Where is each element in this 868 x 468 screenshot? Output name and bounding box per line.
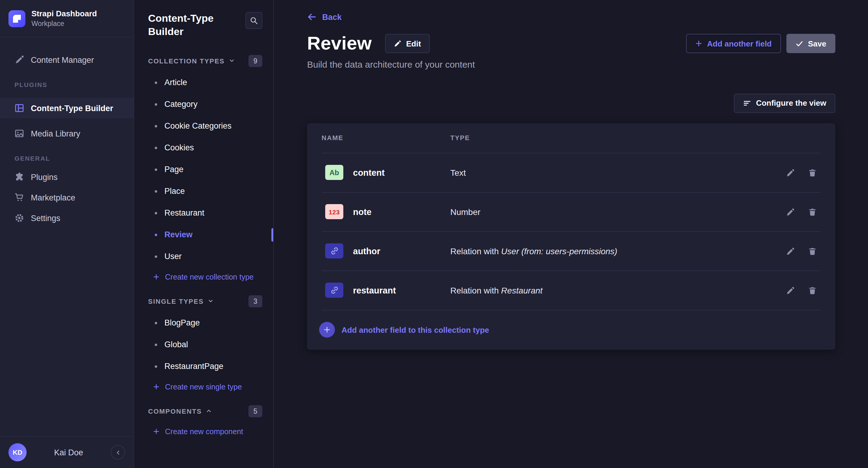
edit-label: Edit (406, 39, 421, 48)
delete-field-button[interactable] (804, 282, 821, 299)
subnav-item-label: BlogPage (164, 319, 200, 328)
add-field-row-button[interactable]: Add another field to this collection typ… (307, 310, 835, 349)
subnav-item-cookies[interactable]: Cookies (134, 137, 273, 159)
text-field-badge: Ab (325, 165, 343, 180)
table-row: 123 note Number (307, 192, 835, 231)
bullet-icon (155, 212, 157, 214)
sidebar-item-marketplace[interactable]: Marketplace (0, 188, 133, 208)
plus-icon (153, 274, 160, 280)
configure-view-label: Configure the view (756, 98, 826, 107)
sidebar-item-label: Marketplace (31, 193, 75, 202)
components-label: COMPONENTS (148, 408, 202, 415)
subnav-item-label: Cookies (164, 143, 194, 153)
field-type: Number (450, 207, 782, 216)
sidebar-item-label: Content-Type Builder (31, 104, 113, 113)
pencil-icon (786, 247, 795, 255)
arrow-left-icon (307, 12, 317, 22)
page-subtitle: Build the data architecture of your cont… (307, 59, 835, 69)
brand-title: Strapi Dashboard (31, 9, 97, 19)
back-label: Back (322, 12, 342, 22)
main-content: Back Review Edit Add another field (274, 0, 868, 468)
edit-field-button[interactable] (782, 282, 799, 299)
collection-types-header: COLLECTION TYPES 9 (134, 50, 273, 72)
delete-field-button[interactable] (804, 242, 821, 259)
subnav-item-label: Global (164, 340, 188, 349)
subnav-item-restaurant[interactable]: Restaurant (134, 202, 273, 224)
avatar[interactable]: KD (8, 443, 27, 461)
subnav-item-user[interactable]: User (134, 246, 273, 268)
sidebar-item-content-type-builder[interactable]: Content-Type Builder (0, 98, 133, 119)
puzzle-icon (14, 172, 24, 182)
subnav-item-review[interactable]: Review (134, 224, 273, 246)
page-title: Review (307, 34, 372, 54)
add-another-field-button[interactable]: Add another field (686, 34, 781, 54)
subnav-item-restaurantpage[interactable]: RestaurantPage (134, 356, 273, 377)
field-name: author (353, 246, 380, 256)
search-button[interactable] (245, 12, 262, 29)
plus-icon (153, 429, 160, 435)
edit-button[interactable]: Edit (385, 34, 430, 54)
trash-icon (808, 207, 817, 216)
subnav-item-global[interactable]: Global (134, 334, 273, 356)
subnav-item-label: User (164, 252, 182, 261)
cart-icon (14, 193, 24, 203)
edit-field-button[interactable] (782, 203, 799, 220)
trash-icon (808, 286, 817, 294)
bullet-icon (155, 103, 157, 106)
pencil-icon (786, 168, 795, 177)
create-single-type-button[interactable]: Create new single type (134, 377, 273, 397)
edit-field-button[interactable] (782, 164, 799, 181)
sidebar-item-plugins[interactable]: Plugins (0, 167, 133, 188)
bullet-icon (155, 322, 157, 324)
collection-types-label: COLLECTION TYPES (148, 57, 224, 65)
subnav-item-page[interactable]: Page (134, 159, 273, 180)
plus-icon (153, 384, 160, 391)
sidebar-footer: KD Kai Doe (0, 436, 133, 468)
subnav-item-article[interactable]: Article (134, 72, 273, 94)
chevron-up-icon[interactable] (206, 408, 212, 414)
delete-field-button[interactable] (804, 164, 821, 181)
subnav-item-label: Page (164, 165, 183, 174)
table-row: Ab content Text (307, 153, 835, 192)
sidebar-section-plugins: PLUGINS (0, 70, 133, 93)
chevron-down-icon[interactable] (208, 299, 213, 304)
pencil-icon (786, 207, 795, 216)
sidebar-item-media-library[interactable]: Media Library (0, 124, 133, 144)
back-link[interactable]: Back (307, 12, 342, 22)
subnav-item-label: Category (164, 100, 198, 109)
pencil-icon (786, 286, 795, 294)
plus-icon (695, 40, 702, 47)
sidebar-item-content-manager[interactable]: Content Manager (0, 50, 133, 70)
chevron-down-icon[interactable] (229, 58, 234, 64)
save-button[interactable]: Save (786, 34, 835, 54)
link-icon (330, 286, 339, 295)
plus-icon (319, 322, 335, 338)
components-header: COMPONENTS 5 (134, 400, 273, 422)
app-window: Strapi Dashboard Workplace Content Manag… (0, 0, 868, 468)
fields-table: NAME TYPE Ab content Text 123 (307, 123, 835, 349)
edit-field-button[interactable] (782, 242, 799, 259)
sidebar-item-label: Content Manager (31, 56, 94, 65)
field-type: Text (450, 168, 782, 177)
check-icon (795, 40, 803, 48)
collapse-sidebar-button[interactable] (111, 445, 125, 460)
subnav-item-blogpage[interactable]: BlogPage (134, 312, 273, 334)
bullet-icon (155, 256, 157, 258)
sidebar-item-settings[interactable]: Settings (0, 208, 133, 229)
subnav-item-cookie-categories[interactable]: Cookie Categories (134, 115, 273, 137)
create-component-button[interactable]: Create new component (134, 422, 273, 441)
pen-icon (14, 55, 24, 65)
picture-icon (14, 129, 24, 139)
bullet-icon (155, 344, 157, 346)
subnav-item-category[interactable]: Category (134, 94, 273, 115)
single-types-label: SINGLE TYPES (148, 298, 204, 305)
subnav-item-place[interactable]: Place (134, 180, 273, 202)
sidebar-section-general: GENERAL (0, 144, 133, 167)
subnav-item-label: RestaurantPage (164, 362, 223, 371)
configure-view-button[interactable]: Configure the view (734, 93, 835, 112)
subnav-item-label: Review (164, 230, 192, 239)
gear-icon (14, 213, 24, 223)
delete-field-button[interactable] (804, 203, 821, 220)
create-collection-type-button[interactable]: Create new collection type (134, 268, 273, 287)
pencil-icon (394, 40, 401, 47)
